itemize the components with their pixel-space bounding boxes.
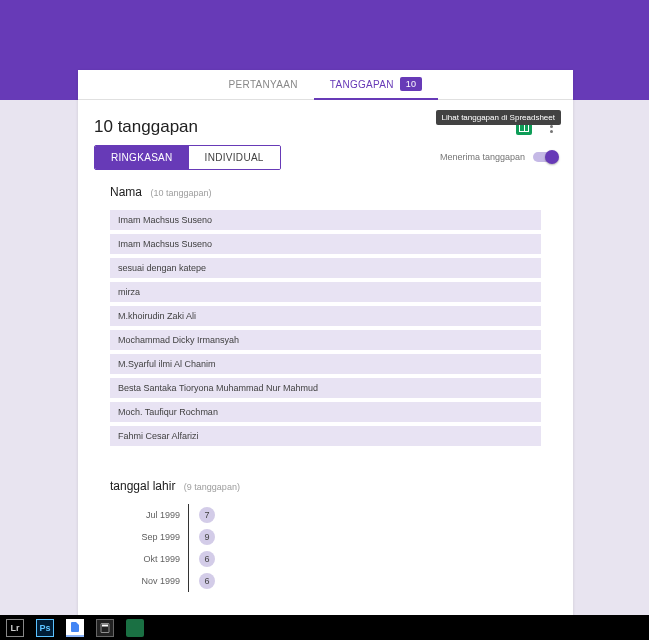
seg-ringkasan[interactable]: RINGKASAN <box>95 146 189 169</box>
q1-response-list: Imam Machsus Suseno Imam Machsus Suseno … <box>110 210 541 446</box>
tab-pertanyaan[interactable]: PERTANYAAN <box>213 70 314 99</box>
chart-label: Sep 1999 <box>110 532 188 542</box>
seg-individual[interactable]: INDIVIDUAL <box>189 146 280 169</box>
content-area: 10 tanggapan Lihat tanggapan di Spreadsh… <box>78 100 573 640</box>
taskbar-photoshop-icon[interactable]: Ps <box>36 619 54 637</box>
view-segmented-control: RINGKASAN INDIVIDUAL <box>94 145 281 170</box>
tab-tanggapan-label: TANGGAPAN <box>330 79 394 90</box>
q1-title: Nama <box>110 185 142 199</box>
chart-bubble: 7 <box>199 507 215 523</box>
q1-count: (10 tanggapan) <box>150 188 211 198</box>
chart-bubble: 9 <box>199 529 215 545</box>
chart-row: Sep 1999 9 <box>110 526 541 548</box>
responses-badge: 10 <box>400 77 423 91</box>
taskbar-document-icon[interactable] <box>66 619 84 637</box>
list-item: Moch. Taufiqur Rochman <box>110 402 541 422</box>
receive-label: Menerima tanggapan <box>440 152 525 162</box>
taskbar-excel-icon[interactable] <box>126 619 144 637</box>
list-item: Imam Machsus Suseno <box>110 234 541 254</box>
chart-row: Jul 1999 7 <box>110 504 541 526</box>
chart-row: Nov 1999 6 <box>110 570 541 592</box>
chart-label: Okt 1999 <box>110 554 188 564</box>
list-item: mirza <box>110 282 541 302</box>
accepting-toggle[interactable] <box>533 152 557 162</box>
chart-label: Jul 1999 <box>110 510 188 520</box>
list-item: Besta Santaka Tioryona Muhammad Nur Mahm… <box>110 378 541 398</box>
list-item: sesuai dengan katepe <box>110 258 541 278</box>
taskbar-lightroom-icon[interactable]: Lr <box>6 619 24 637</box>
svg-rect-1 <box>102 624 108 626</box>
chart-label: Nov 1999 <box>110 576 188 586</box>
list-item: Fahmi Cesar Alfarizi <box>110 426 541 446</box>
page-title: 10 tanggapan <box>94 117 198 137</box>
q2-count: (9 tanggapan) <box>184 482 240 492</box>
list-item: M.Syarful ilmi Al Chanim <box>110 354 541 374</box>
taskbar: Lr Ps <box>0 615 649 640</box>
tooltip-sheets: Lihat tanggapan di Spreadsheet <box>436 110 561 125</box>
taskbar-calculator-icon[interactable] <box>96 619 114 637</box>
list-item: Imam Machsus Suseno <box>110 210 541 230</box>
chart-row: Okt 1999 6 <box>110 548 541 570</box>
chart-bubble: 6 <box>199 573 215 589</box>
q2-title: tanggal lahir <box>110 479 175 493</box>
list-item: M.khoirudin Zaki Ali <box>110 306 541 326</box>
list-item: Mochammad Dicky Irmansyah <box>110 330 541 350</box>
tab-tanggapan[interactable]: TANGGAPAN 10 <box>314 71 439 100</box>
question-nama: Nama (10 tanggapan) Imam Machsus Suseno … <box>110 182 541 446</box>
q2-chart: Jul 1999 7 Sep 1999 9 Okt 1999 6 Nov 199… <box>110 504 541 592</box>
form-card: PERTANYAAN TANGGAPAN 10 10 tanggapan Lih… <box>78 70 573 640</box>
chart-bubble: 6 <box>199 551 215 567</box>
question-tanggal-lahir: tanggal lahir (9 tanggapan) Jul 1999 7 S… <box>110 476 541 592</box>
tabs-bar: PERTANYAAN TANGGAPAN 10 <box>78 70 573 100</box>
